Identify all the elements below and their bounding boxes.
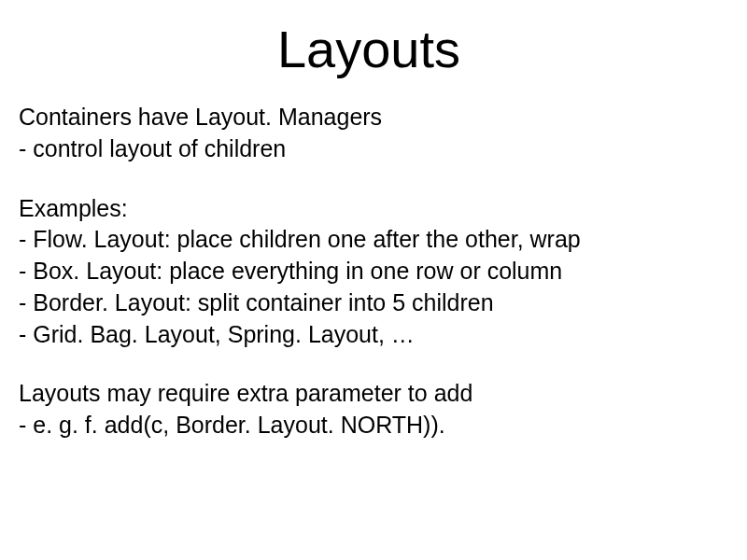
- text-line: - Border. Layout: split container into 5…: [19, 287, 719, 319]
- text-line: - Flow. Layout: place children one after…: [19, 224, 719, 256]
- section-intro: Containers have Layout. Managers - contr…: [19, 102, 719, 165]
- slide-container: Layouts Containers have Layout. Managers…: [0, 0, 747, 560]
- text-line: Layouts may require extra parameter to a…: [19, 378, 719, 410]
- text-line: Examples:: [19, 193, 719, 225]
- slide-body: Containers have Layout. Managers - contr…: [19, 102, 719, 441]
- section-examples: Examples: - Flow. Layout: place children…: [19, 193, 719, 351]
- slide-title: Layouts: [19, 19, 719, 79]
- section-parameters: Layouts may require extra parameter to a…: [19, 378, 719, 441]
- text-line: - e. g. f. add(c, Border. Layout. NORTH)…: [19, 410, 719, 441]
- text-line: - Grid. Bag. Layout, Spring. Layout, …: [19, 319, 719, 351]
- text-line: Containers have Layout. Managers: [19, 102, 719, 133]
- text-line: - control layout of children: [19, 133, 719, 165]
- text-line: - Box. Layout: place everything in one r…: [19, 256, 719, 287]
